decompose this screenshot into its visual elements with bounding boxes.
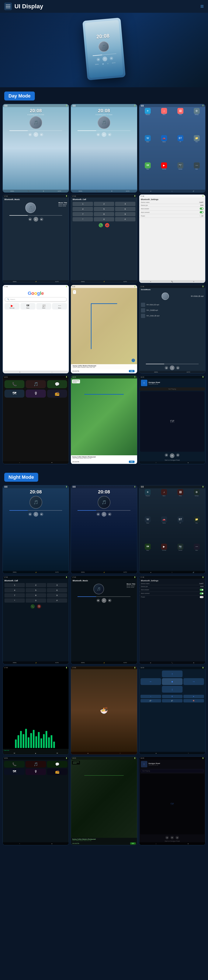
toggle-answer[interactable] bbox=[200, 589, 203, 591]
settings-btn[interactable]: ⚙ bbox=[193, 662, 194, 663]
back-btn[interactable]: ⬅ bbox=[51, 843, 52, 845]
dial-2[interactable]: 2 bbox=[94, 202, 114, 206]
end-btn[interactable]: 📵 bbox=[105, 223, 109, 228]
dial-7[interactable]: 7 bbox=[72, 212, 93, 216]
app-telegram-n[interactable]: ✈Telegram bbox=[140, 489, 156, 515]
dial-star[interactable]: * bbox=[5, 598, 25, 603]
cp-podcast[interactable]: 🎙 bbox=[26, 390, 46, 398]
back-btn[interactable]: ⬅ bbox=[150, 662, 151, 663]
map-area[interactable]: 10'19 ETA 9.0 mi bbox=[71, 760, 137, 838]
toggle-connect[interactable] bbox=[200, 211, 203, 213]
prev-btn[interactable]: ⏮ bbox=[96, 133, 100, 136]
menu-icon[interactable] bbox=[4, 3, 12, 10]
music-item-1[interactable]: 华斗-到你心里.mp3 bbox=[141, 302, 203, 307]
cp-msg-n[interactable]: 💬 bbox=[47, 761, 68, 768]
nav-btn[interactable]: ⬅ bbox=[150, 571, 151, 573]
btn-mute[interactable]: 🔇 bbox=[183, 699, 204, 702]
toggle-answer[interactable] bbox=[200, 208, 203, 210]
btn-vol-up[interactable]: 🔊+ bbox=[140, 699, 161, 702]
dial-0[interactable]: 0 bbox=[26, 598, 46, 603]
home-btn[interactable]: ⌂ bbox=[156, 843, 156, 845]
cp-music-n[interactable]: 🎵 bbox=[25, 761, 46, 768]
app-music-n[interactable]: ♪Music bbox=[156, 489, 172, 515]
app-photo-n[interactable]: 🖼Photo bbox=[173, 489, 188, 515]
prev-btn[interactable]: ⏮ bbox=[96, 599, 100, 602]
apps-btn[interactable]: ⚡ bbox=[103, 571, 105, 573]
prev-btn[interactable]: ⏮ bbox=[28, 133, 32, 136]
prev-btn[interactable]: ⏮ bbox=[165, 453, 168, 457]
dial-3[interactable]: 3 bbox=[115, 202, 136, 206]
progress-bar[interactable] bbox=[9, 130, 62, 131]
settings-btn[interactable]: ⚙ bbox=[43, 190, 44, 192]
home-btn[interactable]: ⌂ bbox=[120, 752, 121, 754]
btn-home[interactable]: ⌂ bbox=[140, 695, 161, 698]
email-btn[interactable]: EMAIL bbox=[13, 281, 17, 282]
play-btn[interactable]: ⏸ bbox=[170, 366, 175, 370]
cp-music[interactable]: 🎵 bbox=[26, 380, 46, 388]
apps-btn[interactable]: ⚡ bbox=[103, 281, 105, 282]
next-btn[interactable]: ⏭ bbox=[176, 453, 180, 457]
dial-7[interactable]: 7 bbox=[5, 593, 25, 598]
next-btn[interactable]: ⏭ bbox=[40, 512, 43, 516]
auto-btn[interactable]: AUTO bbox=[123, 662, 127, 663]
auto-btn[interactable]: AUTO bbox=[123, 571, 127, 573]
prev-btn[interactable]: ⏮ bbox=[165, 366, 168, 369]
dial-8[interactable]: 8 bbox=[26, 593, 46, 598]
apps-btn[interactable]: ⚡ bbox=[103, 662, 105, 663]
email-btn[interactable]: EMAIL bbox=[10, 191, 14, 192]
go-button[interactable]: GO bbox=[129, 370, 135, 372]
back-btn[interactable]: ⬅ bbox=[156, 752, 157, 754]
cp-phone[interactable]: 📞 bbox=[5, 380, 24, 388]
app-waze[interactable]: WWaze bbox=[140, 135, 156, 162]
progress-bar[interactable] bbox=[146, 364, 199, 364]
next-btn[interactable]: ⏭ bbox=[40, 218, 43, 221]
progress-bar[interactable] bbox=[9, 510, 62, 511]
app-cam-n[interactable]: 📷Camera bbox=[173, 544, 188, 570]
back-btn[interactable]: ⬅ bbox=[188, 843, 189, 845]
hero-prev[interactable]: ⏮ bbox=[96, 57, 100, 61]
nav-icon[interactable]: ≡ bbox=[200, 3, 204, 10]
phone-btn[interactable]: 📞 bbox=[172, 662, 173, 663]
settings-btn[interactable]: ⚙ bbox=[193, 281, 194, 282]
music-item-2[interactable]: 华斗_到你爱.mp3 bbox=[141, 307, 203, 313]
prev-btn[interactable]: ⏮ bbox=[28, 512, 32, 516]
play-btn[interactable]: ⏸ bbox=[33, 512, 38, 517]
go-button[interactable]: GO bbox=[129, 461, 135, 463]
app-bt-n[interactable]: BTBT bbox=[173, 516, 188, 543]
toggle-connect[interactable] bbox=[200, 592, 203, 595]
app-yt-n[interactable]: ▶YouTube bbox=[156, 544, 172, 570]
back-btn[interactable]: ⬅ bbox=[150, 281, 151, 282]
apps-btn[interactable]: ⚡ bbox=[35, 662, 37, 663]
nav-center[interactable]: ● bbox=[162, 678, 183, 685]
google-app-news[interactable]: 📰 News bbox=[36, 303, 51, 310]
app-telegram[interactable]: ✈Telegram bbox=[140, 108, 156, 134]
app-settings[interactable]: ⚙Settings bbox=[189, 108, 204, 134]
nav-btn[interactable]: ⬅ bbox=[150, 190, 151, 192]
map-mini-night[interactable]: 🗺 bbox=[140, 774, 204, 834]
dial-2[interactable]: 2 bbox=[26, 583, 46, 587]
email-btn[interactable]: EMAIL bbox=[13, 571, 17, 573]
dial-3[interactable]: 3 bbox=[47, 583, 67, 587]
app-viacar-n[interactable]: 🚗ViaCar bbox=[156, 516, 172, 543]
app-viacar[interactable]: 🚗ViaCar bbox=[156, 135, 172, 162]
dial-hash[interactable]: # bbox=[47, 598, 67, 603]
app-files-n[interactable]: 📁Files bbox=[189, 516, 204, 543]
phone-btn[interactable]: 📞 bbox=[96, 190, 98, 192]
nav-right[interactable]: → bbox=[183, 678, 204, 685]
app-waze-n[interactable]: WWaze bbox=[140, 516, 156, 543]
dial-hash[interactable]: # bbox=[115, 217, 136, 221]
app-bt[interactable]: BTBT bbox=[173, 135, 188, 162]
call-btn[interactable]: 📞 bbox=[99, 223, 103, 228]
back-btn[interactable]: ⬅ bbox=[19, 371, 20, 373]
google-app-yt[interactable]: ▶ YouTube bbox=[5, 303, 19, 310]
my-location[interactable]: 📍 bbox=[132, 359, 135, 362]
phone-btn[interactable]: 📞 bbox=[172, 281, 173, 282]
map-zoom[interactable]: +- bbox=[73, 290, 76, 294]
google-app-more[interactable]: ⋯ More bbox=[52, 303, 67, 310]
end-btn[interactable]: 📵 bbox=[37, 604, 41, 609]
app-more[interactable]: ⋯More bbox=[189, 162, 204, 189]
email-btn[interactable]: EMAIL bbox=[81, 662, 85, 663]
app-cam[interactable]: 📷Camera bbox=[173, 162, 188, 189]
play-btn[interactable]: ▶ bbox=[170, 453, 175, 458]
auto-btn[interactable]: AUTO bbox=[58, 191, 61, 192]
